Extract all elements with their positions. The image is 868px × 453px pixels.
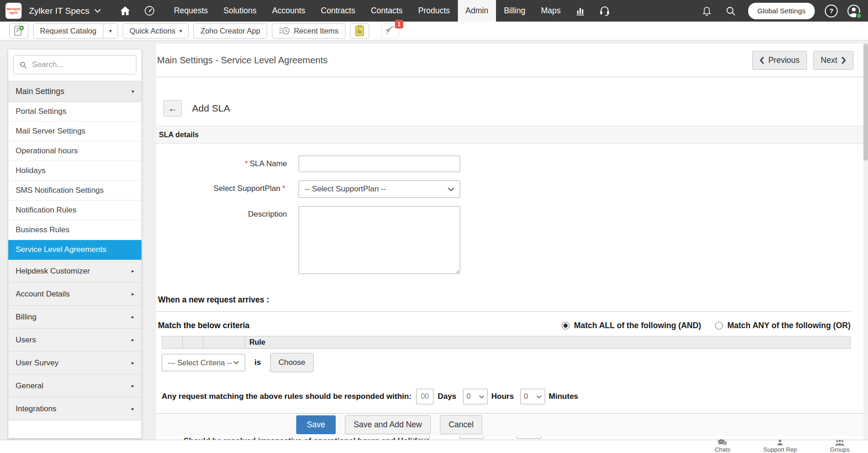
headset-icon[interactable] — [592, 0, 617, 22]
support-plan-selected-value: -- Select SupportPlan -- — [304, 185, 386, 194]
sidebar-group-integrations[interactable]: Integrations▸ — [8, 397, 141, 420]
support-rep-button[interactable]: Support Rep — [763, 439, 797, 453]
match-any-label: Match ANY of the following (OR) — [727, 321, 851, 330]
nav-contacts[interactable]: Contacts — [363, 0, 410, 22]
home-icon[interactable] — [113, 0, 137, 22]
chevron-down-icon — [94, 9, 101, 13]
chevron-right-icon: ▸ — [131, 383, 134, 389]
sidebar-item-notification-rules[interactable]: Notification Rules — [8, 201, 141, 220]
chevron-down-icon — [479, 395, 484, 398]
save-and-add-new-button[interactable]: Save and Add New — [345, 415, 431, 434]
whats-new-button[interactable]: 1 — [381, 23, 400, 39]
settings-sidebar: Main Settings ▾ Portal Settings Mail Ser… — [8, 50, 141, 438]
nav-maps[interactable]: Maps — [533, 0, 569, 22]
chevron-down-icon — [448, 187, 454, 191]
groups-button[interactable]: Groups — [830, 439, 850, 453]
match-any-radio[interactable] — [715, 322, 723, 330]
global-settings-button[interactable]: Global Settings — [748, 3, 815, 19]
quick-access-bar: Chats Support Rep Groups — [0, 440, 868, 453]
sla-details-section-header: SLA details — [156, 126, 863, 144]
nav-billing[interactable]: Billing — [496, 0, 533, 22]
nav-products[interactable]: Products — [411, 0, 458, 22]
group-label: Integrations — [16, 404, 56, 414]
choose-button[interactable]: Choose — [270, 353, 314, 372]
form-header: ← Add SLA — [156, 77, 863, 126]
notifications-bell-icon[interactable] — [695, 0, 719, 22]
sla-name-input[interactable] — [299, 156, 460, 172]
help-icon[interactable]: ? — [825, 5, 838, 17]
reports-chart-icon[interactable] — [569, 0, 592, 22]
sidebar-item-mail-server-settings[interactable]: Mail Server Settings — [8, 122, 141, 141]
sidebar-item-business-rules[interactable]: Business Rules — [8, 220, 141, 240]
next-label: Next — [821, 56, 837, 65]
criteria-select[interactable]: --- Select Criteria -- — [162, 354, 245, 371]
respond-minutes-select[interactable]: 0 — [520, 389, 545, 404]
match-criteria-row: Match the below criteria Match ALL of th… — [158, 321, 851, 330]
support-plan-row: Select SupportPlan* -- Select SupportPla… — [156, 180, 863, 198]
scrollbar-thumb[interactable] — [863, 44, 868, 161]
sidebar-item-service-level-agreements[interactable]: Service Level Agreements — [8, 240, 141, 260]
chats-label: Chats — [715, 447, 730, 453]
clipboard-icon — [354, 25, 365, 37]
manageengine-logo[interactable]: ManageEngine — [6, 3, 22, 19]
search-icon — [19, 61, 27, 69]
zoho-creator-app-button[interactable]: Zoho Creator App — [193, 23, 267, 39]
nav-requests[interactable]: Requests — [166, 0, 216, 22]
tasks-clipboard-button[interactable] — [350, 23, 369, 39]
next-button[interactable]: Next — [813, 51, 853, 70]
sidebar-item-holidays[interactable]: Holidays — [8, 161, 141, 181]
vertical-scrollbar[interactable] — [863, 44, 868, 440]
nav-accounts[interactable]: Accounts — [265, 0, 313, 22]
secondary-toolbar: Request Catalog ▾ Quick Actions ▾ Zoho C… — [0, 22, 868, 40]
save-button[interactable]: Save — [296, 415, 336, 434]
sidebar-group-billing[interactable]: Billing▸ — [8, 306, 141, 329]
primary-nav: Requests Solutions Accounts Contracts Co… — [166, 0, 569, 22]
sidebar-group-account-details[interactable]: Account Details▸ — [8, 283, 141, 306]
rule-column-header: Rule — [245, 336, 851, 349]
sidebar-item-operational-hours[interactable]: Operational hours — [8, 141, 141, 161]
sidebar-group-users[interactable]: Users▸ — [8, 329, 141, 352]
support-plan-select[interactable]: -- Select SupportPlan -- — [299, 180, 460, 198]
sidebar-group-general[interactable]: General▸ — [8, 375, 141, 397]
online-status-dot — [856, 13, 862, 19]
cancel-button[interactable]: Cancel — [440, 415, 482, 434]
minutes-label: Minutes — [549, 392, 578, 401]
request-catalog-button[interactable]: Request Catalog — [34, 24, 103, 38]
respond-days-input[interactable] — [416, 389, 434, 404]
sidebar-section-main-settings[interactable]: Main Settings ▾ — [8, 81, 141, 102]
org-switcher[interactable]: Zylker IT Specs — [29, 6, 101, 16]
recent-items-button[interactable]: Recent Items — [272, 23, 345, 39]
nav-admin[interactable]: Admin — [458, 0, 496, 22]
sidebar-item-portal-settings[interactable]: Portal Settings — [8, 102, 141, 122]
description-textarea[interactable] — [299, 206, 460, 274]
request-catalog-split-button: Request Catalog ▾ — [33, 23, 118, 39]
days-label: Days — [438, 392, 457, 401]
quick-actions-button[interactable]: Quick Actions ▾ — [123, 23, 189, 39]
nav-solutions[interactable]: Solutions — [216, 0, 265, 22]
sla-form: *SLA Name Select SupportPlan* -- Select … — [156, 144, 863, 439]
dashboard-icon[interactable] — [137, 0, 162, 22]
caret-down-icon: ▾ — [109, 28, 112, 34]
search-icon[interactable] — [719, 0, 743, 22]
match-all-radio[interactable] — [562, 322, 569, 330]
user-avatar[interactable] — [847, 4, 861, 18]
form-action-bar: Save Save and Add New Cancel — [156, 413, 863, 436]
previous-button[interactable]: Previous — [752, 51, 807, 70]
group-label: Account Details — [16, 290, 70, 299]
chats-button[interactable]: Chats — [715, 439, 730, 453]
match-all-label: Match ALL of the following (AND) — [574, 321, 701, 330]
sidebar-item-sms-notification-settings[interactable]: SMS Notification Settings — [8, 181, 141, 201]
page-header: Main Settings - Service Level Agreements… — [156, 44, 863, 77]
navbar-right-cluster: Global Settings ? — [695, 0, 861, 22]
respond-hours-select[interactable]: 0 — [463, 389, 488, 404]
request-catalog-dropdown-arrow[interactable]: ▾ — [103, 24, 118, 38]
add-request-button[interactable] — [9, 23, 28, 39]
sidebar-search-input[interactable] — [32, 60, 130, 69]
back-button[interactable]: ← — [163, 100, 182, 117]
nav-contracts[interactable]: Contracts — [313, 0, 363, 22]
sidebar-group-helpdesk-customizer[interactable]: Helpdesk Customizer▸ — [8, 260, 141, 283]
is-label: is — [254, 358, 261, 367]
sidebar-group-user-survey[interactable]: User Survey▸ — [8, 352, 141, 375]
chevron-right-icon: ▸ — [131, 360, 134, 366]
page-title: Main Settings - Service Level Agreements — [157, 55, 327, 66]
